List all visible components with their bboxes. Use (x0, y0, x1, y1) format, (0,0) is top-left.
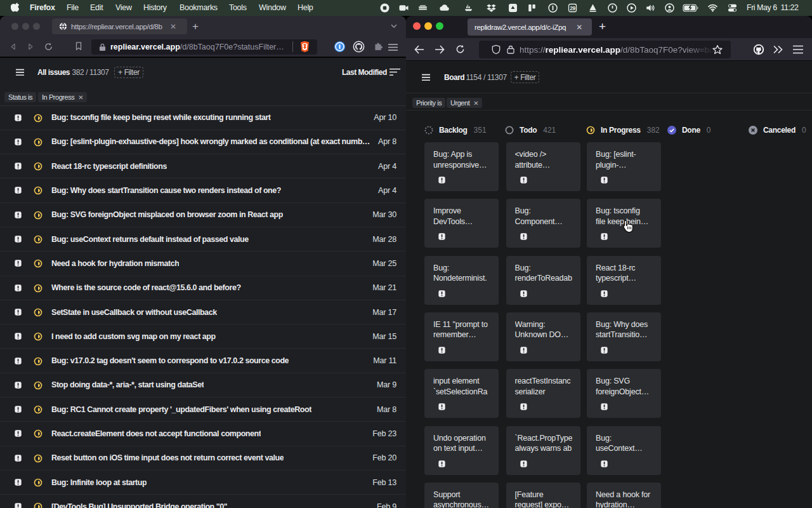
svg-text:29: 29 (570, 5, 575, 11)
